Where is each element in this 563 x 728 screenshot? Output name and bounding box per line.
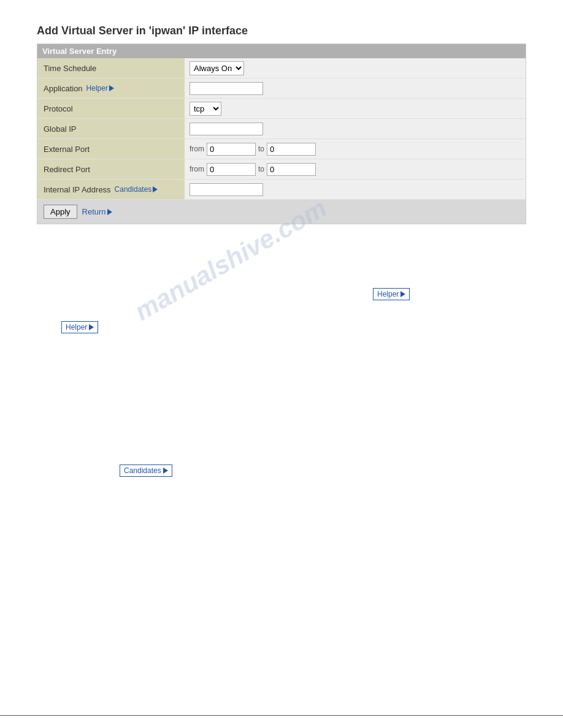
return-link[interactable]: Return: [82, 207, 112, 216]
internal-ip-input[interactable]: [190, 183, 263, 196]
internal-ip-row: Internal IP Address Candidates: [37, 180, 526, 200]
redirect-port-value: from to: [185, 159, 526, 179]
bottom-divider: [0, 715, 563, 716]
global-ip-row: Global IP: [37, 119, 526, 139]
page-title: Add Virtual Server in 'ipwan' IP interfa…: [37, 25, 526, 40]
application-input[interactable]: [190, 82, 263, 95]
external-port-value: from to: [185, 139, 526, 159]
application-row: Application Helper: [37, 78, 526, 99]
internal-ip-label: Internal IP Address Candidates: [37, 180, 185, 199]
form-footer: Apply Return: [37, 200, 526, 224]
redirect-port-to-input[interactable]: [267, 163, 316, 176]
external-port-from-input[interactable]: [207, 143, 256, 156]
floating-helper-2-icon: [89, 324, 94, 330]
candidates-link[interactable]: Candidates: [115, 185, 158, 194]
time-schedule-value: Always On Custom: [185, 58, 526, 78]
time-schedule-select[interactable]: Always On Custom: [190, 61, 244, 75]
protocol-row: Protocol tcp udp both: [37, 99, 526, 119]
global-ip-label: Global IP: [37, 119, 185, 138]
redirect-port-label: Redirect Port: [37, 159, 185, 179]
floating-helper-2[interactable]: Helper: [61, 321, 98, 333]
floating-helper-1-icon: [400, 291, 405, 297]
time-schedule-row: Time Schedule Always On Custom: [37, 58, 526, 78]
internal-ip-value: [185, 180, 526, 199]
external-port-label: External Port: [37, 139, 185, 159]
external-to-label: to: [258, 145, 264, 153]
global-ip-value: [185, 119, 526, 138]
floating-helper-1[interactable]: Helper: [373, 288, 410, 300]
redirect-port-group: from to: [190, 163, 316, 176]
application-helper-icon: [109, 85, 114, 91]
return-icon: [107, 209, 112, 215]
external-from-label: from: [190, 145, 204, 153]
application-label: Application Helper: [37, 78, 185, 98]
protocol-label: Protocol: [37, 99, 185, 118]
section-header: Virtual Server Entry: [37, 44, 526, 58]
protocol-select[interactable]: tcp udp both: [190, 102, 221, 116]
application-helper-link[interactable]: Helper: [86, 84, 114, 93]
external-port-group: from to: [190, 143, 316, 156]
floating-candidates[interactable]: Candidates: [120, 464, 172, 477]
redirect-port-from-input[interactable]: [207, 163, 256, 176]
candidates-icon: [153, 186, 158, 192]
apply-button[interactable]: Apply: [44, 205, 77, 219]
application-value: [185, 78, 526, 98]
floating-candidates-icon: [163, 468, 168, 474]
external-port-row: External Port from to: [37, 139, 526, 159]
redirect-from-label: from: [190, 165, 204, 173]
time-schedule-label: Time Schedule: [37, 58, 185, 78]
external-port-to-input[interactable]: [267, 143, 316, 156]
virtual-server-form: Virtual Server Entry Time Schedule Alway…: [37, 44, 526, 224]
global-ip-input[interactable]: [190, 123, 263, 135]
redirect-port-row: Redirect Port from to: [37, 159, 526, 180]
protocol-value: tcp udp both: [185, 99, 526, 118]
redirect-to-label: to: [258, 165, 264, 173]
